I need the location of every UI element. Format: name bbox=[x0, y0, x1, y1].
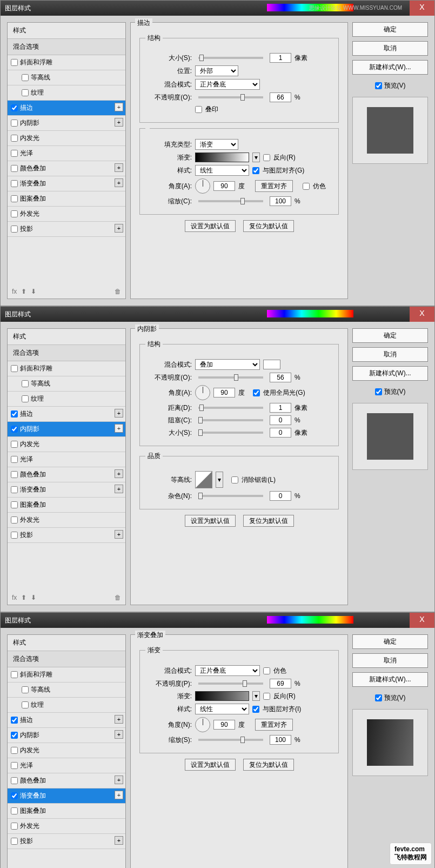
new-style-button[interactable]: 新建样式(W)... bbox=[352, 366, 428, 381]
style-item-8[interactable]: 渐变叠加+ bbox=[8, 482, 125, 498]
style-checkbox[interactable] bbox=[11, 838, 18, 845]
style-checkbox[interactable] bbox=[22, 395, 29, 402]
style-checkbox[interactable] bbox=[11, 762, 18, 769]
style-checkbox[interactable] bbox=[11, 671, 18, 678]
style-item-2[interactable]: 纹理 bbox=[8, 698, 125, 713]
size-slider[interactable] bbox=[198, 57, 263, 59]
style-item-7[interactable]: 颜色叠加+ bbox=[8, 467, 125, 482]
style-checkbox[interactable] bbox=[11, 747, 18, 754]
style-item-11[interactable]: 投影+ bbox=[8, 834, 125, 849]
style-item-1[interactable]: 等高线 bbox=[8, 683, 125, 698]
style-checkbox[interactable] bbox=[11, 777, 18, 784]
style-item-9[interactable]: 图案叠加 bbox=[8, 191, 125, 207]
style-item-4[interactable]: 内阴影+ bbox=[8, 116, 125, 131]
blending-options[interactable]: 混合选项 bbox=[8, 39, 125, 55]
plus-icon[interactable]: + bbox=[115, 409, 123, 418]
plus-icon[interactable]: + bbox=[115, 118, 123, 127]
style-item-11[interactable]: 投影+ bbox=[8, 528, 125, 543]
style-item-5[interactable]: 内发光 bbox=[8, 437, 125, 452]
style-item-5[interactable]: 内发光 bbox=[8, 743, 125, 758]
gradient-preview[interactable] bbox=[195, 153, 249, 162]
gradient-style-select[interactable]: 线性 bbox=[195, 704, 249, 714]
scale-input[interactable] bbox=[270, 735, 291, 745]
titlebar[interactable]: 图层样式 X bbox=[1, 613, 434, 628]
close-icon[interactable]: X bbox=[410, 307, 434, 322]
style-checkbox[interactable] bbox=[11, 717, 18, 724]
plus-icon[interactable]: + bbox=[115, 776, 123, 784]
style-checkbox[interactable] bbox=[11, 410, 18, 418]
plus-icon[interactable]: + bbox=[115, 469, 123, 478]
titlebar[interactable]: 图层样式 思缘设计论坛 WWW.MISSYUAN.COM X bbox=[1, 1, 434, 16]
gradient-preview[interactable] bbox=[195, 691, 249, 701]
style-item-10[interactable]: 外发光 bbox=[8, 819, 125, 834]
scale-slider[interactable] bbox=[198, 739, 263, 741]
style-item-0[interactable]: 斜面和浮雕 bbox=[8, 667, 125, 683]
trash-icon[interactable]: 🗑 bbox=[115, 594, 121, 601]
style-checkbox[interactable] bbox=[22, 380, 29, 387]
plus-icon[interactable]: + bbox=[115, 178, 123, 187]
opacity-input[interactable] bbox=[270, 373, 291, 382]
make-default-button[interactable]: 设置为默认值 bbox=[185, 220, 236, 232]
reverse-checkbox[interactable] bbox=[263, 154, 270, 161]
size-input[interactable] bbox=[270, 428, 291, 438]
reverse-checkbox[interactable] bbox=[263, 693, 270, 700]
style-checkbox[interactable] bbox=[11, 471, 18, 478]
close-icon[interactable]: X bbox=[410, 613, 434, 628]
arrow-up-icon[interactable]: ⬆ bbox=[21, 594, 26, 601]
align-checkbox[interactable] bbox=[252, 167, 259, 174]
align-checkbox[interactable] bbox=[252, 706, 259, 713]
make-default-button[interactable]: 设置为默认值 bbox=[185, 515, 236, 527]
style-checkbox[interactable] bbox=[11, 226, 18, 233]
cancel-button[interactable]: 取消 bbox=[352, 653, 428, 668]
cancel-button[interactable]: 取消 bbox=[352, 347, 428, 362]
fx-icon[interactable]: fx bbox=[12, 288, 17, 295]
plus-icon[interactable]: + bbox=[115, 103, 123, 111]
style-checkbox[interactable] bbox=[11, 210, 18, 217]
trash-icon[interactable]: 🗑 bbox=[115, 288, 121, 295]
arrow-down-icon[interactable]: ⬇ bbox=[31, 594, 36, 601]
style-item-2[interactable]: 纹理 bbox=[8, 392, 125, 407]
style-item-9[interactable]: 图案叠加 bbox=[8, 804, 125, 819]
dropdown-icon[interactable]: ▾ bbox=[216, 472, 223, 488]
opacity-input[interactable] bbox=[270, 92, 291, 102]
dropdown-icon[interactable]: ▾ bbox=[252, 691, 260, 701]
style-item-10[interactable]: 外发光 bbox=[8, 207, 125, 222]
plus-icon[interactable]: + bbox=[115, 715, 123, 724]
ok-button[interactable]: 确定 bbox=[352, 22, 428, 37]
reset-default-button[interactable]: 复位为默认值 bbox=[243, 515, 294, 527]
position-select[interactable]: 外部 bbox=[195, 65, 238, 76]
reset-default-button[interactable]: 复位为默认值 bbox=[243, 759, 294, 771]
style-checkbox[interactable] bbox=[11, 165, 18, 172]
style-item-4[interactable]: 内阴影+ bbox=[8, 728, 125, 743]
preview-checkbox[interactable] bbox=[375, 82, 382, 89]
gradient-style-select[interactable]: 线性 bbox=[195, 165, 249, 176]
cancel-button[interactable]: 取消 bbox=[352, 41, 428, 56]
style-item-5[interactable]: 内发光 bbox=[8, 131, 125, 146]
distance-input[interactable] bbox=[270, 403, 291, 413]
style-item-6[interactable]: 光泽 bbox=[8, 146, 125, 161]
style-checkbox[interactable] bbox=[11, 516, 18, 524]
choke-slider[interactable] bbox=[198, 419, 263, 421]
blend-mode-select[interactable]: 正片叠底 bbox=[195, 665, 260, 676]
style-checkbox[interactable] bbox=[11, 456, 18, 463]
angle-input[interactable] bbox=[213, 720, 235, 730]
new-style-button[interactable]: 新建样式(W)... bbox=[352, 672, 428, 687]
plus-icon[interactable]: + bbox=[115, 485, 123, 493]
overprint-checkbox[interactable] bbox=[195, 106, 202, 113]
style-checkbox[interactable] bbox=[11, 823, 18, 830]
style-item-6[interactable]: 光泽 bbox=[8, 452, 125, 467]
plus-icon[interactable]: + bbox=[115, 791, 123, 799]
arrow-down-icon[interactable]: ⬇ bbox=[31, 288, 36, 295]
style-item-9[interactable]: 图案叠加 bbox=[8, 498, 125, 513]
global-light-checkbox[interactable] bbox=[253, 389, 260, 396]
style-checkbox[interactable] bbox=[22, 701, 29, 708]
contour-picker[interactable] bbox=[195, 471, 212, 488]
style-item-3[interactable]: 描边+ bbox=[8, 101, 125, 116]
blend-mode-select[interactable]: 叠加 bbox=[195, 359, 260, 370]
style-checkbox[interactable] bbox=[11, 104, 18, 111]
make-default-button[interactable]: 设置为默认值 bbox=[185, 759, 236, 771]
style-item-0[interactable]: 斜面和浮雕 bbox=[8, 55, 125, 70]
style-checkbox[interactable] bbox=[11, 807, 18, 814]
ok-button[interactable]: 确定 bbox=[352, 328, 428, 343]
opacity-slider[interactable] bbox=[198, 683, 263, 685]
